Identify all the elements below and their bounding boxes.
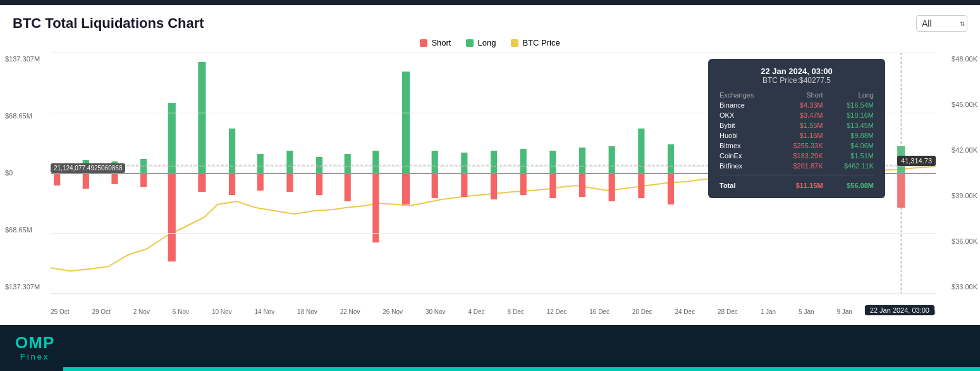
row-long-3: $9.88M (826, 130, 876, 141)
tooltip-row-2: Bybit $1.55M $13.45M (717, 120, 876, 130)
bar-short-15 (461, 173, 467, 197)
tooltip-row-0: Binance $4.33M $16.54M (717, 100, 876, 110)
x-label-18: 5 Jan (799, 308, 814, 315)
bar-long-22 (668, 144, 674, 173)
y-axis-left: $137.307M $68.65M $0 $68.65M $137.307M (0, 53, 51, 293)
legend-dot-long (466, 39, 474, 47)
bar-long-20 (609, 146, 615, 173)
bar-short-5 (168, 173, 176, 261)
x-axis: 25 Oct29 Oct2 Nov6 Nov10 Nov14 Nov18 Nov… (51, 308, 936, 315)
x-label-0: 25 Oct (51, 308, 69, 315)
x-label-5: 14 Nov (254, 308, 274, 315)
bar-long-8 (257, 154, 264, 173)
row-short-0: $4.33M (775, 100, 825, 110)
legend-item-short: Short (420, 38, 451, 47)
bar-long-5 (168, 103, 176, 173)
y-axis-right: $48.00K $45.00K $42.00K $39.00K $36.00K … (936, 53, 980, 293)
bar-short-16 (491, 173, 497, 199)
total-label: Total (717, 179, 775, 191)
legend-dot-btcprice (511, 39, 518, 47)
bar-short-4 (140, 173, 147, 187)
y-right-0: $48.00K (938, 55, 977, 63)
y-left-4: $137.307M (5, 283, 48, 291)
col-exchange: Exchanges (717, 90, 775, 100)
tooltip-btcprice: BTC Price:$40277.5 (717, 76, 876, 85)
x-label-3: 6 Nov (173, 308, 189, 315)
row-short-4: $255.33K (775, 141, 825, 151)
y-left-0: $137.307M (5, 55, 48, 63)
bar-short-7 (229, 173, 235, 195)
y-right-3: $39.00K (938, 192, 977, 199)
tooltip-header: 22 Jan 2024, 03:00 BTC Price:$40277.5 (717, 66, 876, 85)
tooltip-date: 22 Jan 2024, 03:00 (717, 66, 876, 76)
row-exchange-6: Bitfinex (717, 161, 775, 171)
bar-short-2 (83, 173, 89, 189)
chart-inner: 21,124,077.4925060868 (51, 53, 936, 293)
legend-label-btcprice: BTC Price (522, 38, 560, 47)
x-label-13: 16 Dec (589, 308, 609, 315)
y-hover-label: 41,314.73 (897, 156, 936, 166)
bar-short-17 (520, 173, 527, 195)
legend-item-long: Long (466, 38, 496, 47)
x-label-17: 1 Jan (761, 308, 776, 315)
x-label-9: 30 Nov (426, 308, 446, 315)
y-right-5: $33.00K (938, 283, 977, 291)
y-left-2: $0 (5, 169, 48, 177)
tooltip-row-6: Bitfinex $201.87K $462.11K (717, 161, 876, 171)
row-exchange-2: Bybit (717, 120, 775, 130)
bar-short-6 (198, 173, 205, 192)
x-label-19: 9 Jan (836, 308, 852, 315)
row-exchange-1: OKX (717, 110, 775, 120)
row-long-0: $16.54M (826, 100, 876, 110)
tooltip-row-5: CoinEx $183.29K $1.51M (717, 151, 876, 161)
y-left-1: $68.65M (5, 112, 48, 120)
bar-short-20 (609, 173, 615, 201)
bar-long-12 (372, 151, 379, 173)
row-exchange-4: Bitmex (717, 141, 775, 151)
bar-long-17 (520, 149, 527, 173)
grid-line-bottom (51, 293, 936, 294)
bar-short-1 (54, 173, 60, 186)
row-exchange-3: Huobi (717, 130, 775, 141)
row-short-3: $1.16M (775, 130, 825, 141)
x-label-2: 2 Nov (133, 308, 150, 315)
bar-long-14 (432, 151, 438, 173)
legend-label-long: Long (477, 38, 496, 47)
row-long-6: $462.11K (826, 161, 876, 171)
footer-logo-top: OMP (15, 334, 54, 351)
bar-short-8 (257, 173, 264, 191)
bar-short-9 (286, 173, 293, 192)
chart-area: $137.307M $68.65M $0 $68.65M $137.307M $… (0, 53, 980, 293)
x-label-10: 4 Dec (469, 308, 485, 315)
y-right-1: $45.00K (938, 101, 977, 108)
x-label-8: 26 Nov (383, 308, 403, 315)
legend-item-btcprice: BTC Price (511, 38, 560, 47)
legend: Short Long BTC Price (0, 38, 980, 47)
bar-short-21 (638, 173, 644, 198)
y-left-3: $68.65M (5, 226, 48, 234)
bar-short-12 (372, 173, 379, 242)
bar-long-15 (461, 153, 467, 173)
tooltip-total-row: Total $11.15M $56.08M (717, 179, 876, 191)
footer-logo-bottom: Finex (20, 352, 50, 362)
x-label-11: 8 Dec (508, 308, 524, 315)
x-label-16: 28 Dec (718, 308, 738, 315)
bar-long-6 (198, 62, 205, 173)
y-right-4: $36.00K (938, 237, 977, 245)
grid-line-3 (51, 233, 936, 234)
left-hover-label: 21,124,077.4925060868 (51, 163, 125, 173)
total-long: $56.08M (826, 179, 876, 191)
filter-select[interactable]: All Binance OKX Bybit Huobi Bitmex CoinE… (916, 15, 967, 32)
row-long-4: $4.06M (826, 141, 876, 151)
tooltip-row-1: OKX $3.47M $10.16M (717, 110, 876, 120)
x-label-12: 12 Dec (547, 308, 567, 315)
x-label-14: 20 Dec (632, 308, 652, 315)
row-long-1: $10.16M (826, 110, 876, 120)
filter-select-wrapper[interactable]: All Binance OKX Bybit Huobi Bitmex CoinE… (916, 15, 967, 32)
row-short-5: $183.29K (775, 151, 825, 161)
row-exchange-0: Binance (717, 100, 775, 110)
bar-short-14 (432, 173, 438, 198)
col-long: Long (826, 90, 876, 100)
total-short: $11.15M (775, 179, 825, 191)
row-long-2: $13.45M (826, 120, 876, 130)
